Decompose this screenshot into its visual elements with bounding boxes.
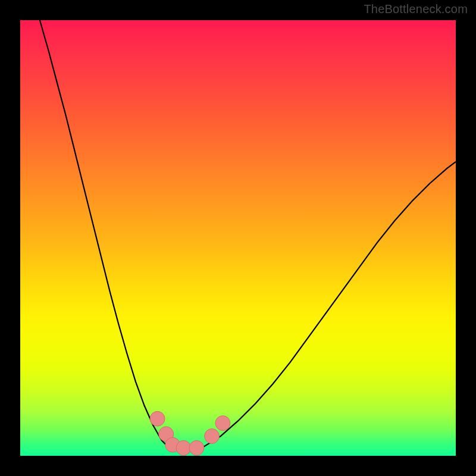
dot-right-1 bbox=[205, 429, 220, 444]
watermark-text: TheBottleneck.com bbox=[364, 2, 468, 16]
plot-area bbox=[20, 20, 456, 456]
curve-svg bbox=[20, 20, 456, 456]
dot-left-1 bbox=[150, 411, 165, 426]
marker-group bbox=[150, 411, 230, 455]
left-branch-path bbox=[40, 20, 168, 447]
dot-right-2 bbox=[215, 416, 230, 431]
dot-bottom-1 bbox=[176, 440, 191, 455]
dot-bottom-2 bbox=[189, 440, 204, 455]
chart-frame: TheBottleneck.com bbox=[0, 0, 476, 476]
right-branch-path bbox=[203, 162, 456, 447]
curve-group bbox=[40, 20, 456, 449]
